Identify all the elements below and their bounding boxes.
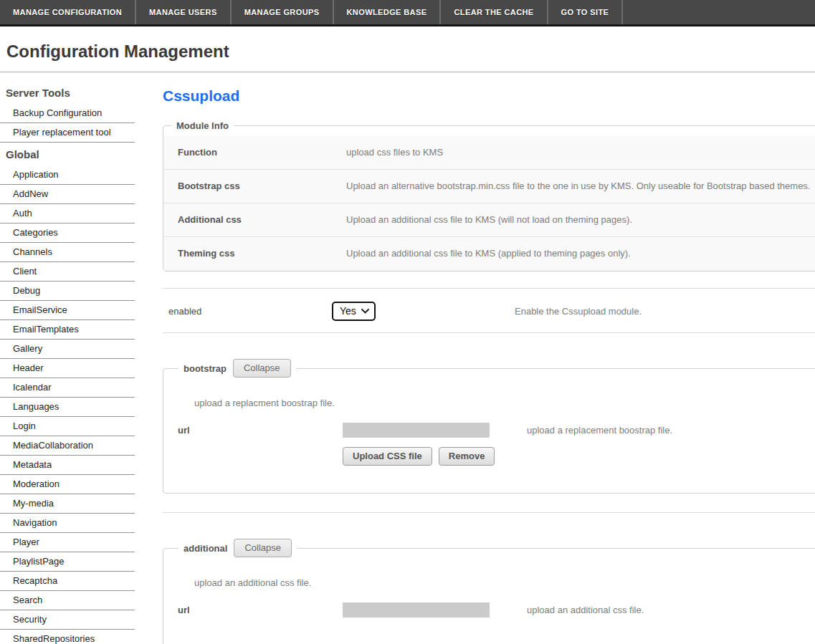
enabled-select-value: Yes (340, 305, 356, 317)
section-legend-text: bootstrap (184, 363, 227, 374)
sidebar-item-player-replacement-tool[interactable]: Player replacement tool (0, 123, 135, 143)
chevron-down-icon (361, 309, 369, 314)
sidebar: Server ToolsBackup ConfigurationPlayer r… (0, 72, 135, 644)
nav-tab-clear-the-cache[interactable]: CLEAR THE CACHE (441, 0, 548, 24)
module-info-row-function: Functionupload css files to KMS (163, 136, 815, 170)
section-fieldset-bootstrap: bootstrapCollapseupload a replacment boo… (163, 359, 815, 494)
upload-css-file-button[interactable]: Upload CSS file (343, 447, 432, 466)
sidebar-item-addnew[interactable]: AddNew (0, 185, 135, 204)
sidebar-item-debug[interactable]: Debug (0, 282, 135, 301)
sidebar-item-categories[interactable]: Categories (0, 224, 135, 243)
section-intro-text: upload a replacment boostrap file. (194, 398, 815, 408)
module-info-rows: Functionupload css files to KMSBootstrap… (163, 136, 815, 271)
module-info-description: Upload an additional css file to KMS (ap… (346, 248, 815, 259)
sidebar-item-languages[interactable]: Languages (0, 398, 135, 417)
module-info-row-theming-css: Theming cssUpload an additional css file… (163, 237, 815, 271)
enabled-description: Enable the Cssupload module. (515, 306, 809, 317)
sidebar-item-player[interactable]: Player (0, 533, 135, 552)
top-nav: MANAGE CONFIGURATIONMANAGE USERSMANAGE G… (0, 0, 815, 27)
sidebar-item-navigation[interactable]: Navigation (0, 514, 135, 533)
module-info-label: Function (178, 147, 346, 158)
module-info-fieldset: Module Info Functionupload css files to … (163, 120, 815, 271)
sidebar-item-gallery[interactable]: Gallery (0, 340, 135, 359)
sidebar-item-emailservice[interactable]: EmailService (0, 301, 135, 320)
sidebar-section-title-global: Global (0, 143, 135, 165)
sidebar-item-client[interactable]: Client (0, 262, 135, 282)
sidebar-item-my-media[interactable]: My-media (0, 494, 135, 514)
sidebar-item-security[interactable]: Security (0, 610, 135, 630)
module-info-label: Theming css (178, 248, 346, 259)
url-label: url (178, 425, 343, 436)
nav-tab-manage-configuration[interactable]: MANAGE CONFIGURATION (0, 0, 136, 24)
module-info-label: Additional css (178, 214, 346, 225)
module-info-row-additional-css: Additional cssUpload an additional css f… (163, 203, 815, 237)
sidebar-item-search[interactable]: Search (0, 591, 135, 610)
remove-button[interactable]: Remove (439, 447, 495, 466)
page-title: Configuration Management (6, 42, 815, 62)
nav-tab-manage-users[interactable]: MANAGE USERS (136, 0, 232, 24)
module-page-title: Cssupload (163, 87, 815, 105)
sidebar-item-application[interactable]: Application (0, 165, 135, 185)
url-label: url (178, 605, 343, 615)
module-info-description: Upload an alternative bootstrap.min.css … (346, 181, 815, 192)
button-row: Upload CSS fileRemove (343, 447, 815, 466)
enabled-row: enabled Yes Enable the Cssupload module. (163, 288, 815, 333)
enabled-label: enabled (168, 306, 332, 317)
section-legend-additional: additionalCollapse (178, 539, 297, 557)
collapse-button[interactable]: Collapse (234, 539, 292, 557)
section-legend-text: additional (184, 543, 227, 554)
sidebar-item-emailtemplates[interactable]: EmailTemplates (0, 320, 135, 340)
section-legend-bootstrap: bootstrapCollapse (178, 359, 296, 378)
sidebar-item-moderation[interactable]: Moderation (0, 475, 135, 494)
module-info-description: upload css files to KMS (346, 147, 815, 158)
url-input[interactable] (343, 423, 490, 438)
module-info-legend: Module Info (171, 120, 234, 131)
module-info-label: Bootstrap css (178, 181, 346, 191)
url-description: upload a replacement boostrap file. (527, 425, 672, 436)
nav-tab-knowledge-base[interactable]: KNOWLEDGE BASE (334, 0, 442, 24)
url-description: upload an additional css file. (527, 605, 644, 615)
sidebar-item-recaptcha[interactable]: Recaptcha (0, 572, 135, 591)
url-input[interactable] (343, 602, 490, 617)
main-content: Cssupload Module Info Functionupload css… (135, 72, 815, 644)
module-info-description: Upload an additional css file to KMS (wi… (346, 214, 815, 226)
section-separator (163, 512, 815, 513)
section-intro-text: upload an additional css file. (194, 577, 815, 588)
enabled-select[interactable]: Yes (332, 302, 376, 321)
sidebar-item-metadata[interactable]: Metadata (0, 456, 135, 475)
collapse-button[interactable]: Collapse (233, 359, 291, 378)
module-info-legend-text: Module Info (176, 120, 229, 131)
url-row: urlupload an additional css file. (171, 602, 815, 617)
sidebar-item-playlistpage[interactable]: PlaylistPage (0, 552, 135, 572)
nav-tab-go-to-site[interactable]: GO TO SITE (548, 0, 624, 24)
module-info-row-bootstrap-css: Bootstrap cssUpload an alternative boots… (163, 170, 815, 203)
url-control (343, 602, 490, 617)
sidebar-item-header[interactable]: Header (0, 359, 135, 378)
url-control (343, 423, 490, 438)
url-row: urlupload a replacement boostrap file. (171, 423, 815, 438)
sidebar-item-sharedrepositories[interactable]: SharedRepositories (0, 630, 135, 644)
sidebar-item-login[interactable]: Login (0, 417, 135, 436)
nav-tab-manage-groups[interactable]: MANAGE GROUPS (232, 0, 334, 24)
sidebar-item-mediacollaboration[interactable]: MediaCollaboration (0, 436, 135, 456)
sidebar-item-backup-configuration[interactable]: Backup Configuration (0, 104, 135, 123)
sidebar-item-channels[interactable]: Channels (0, 243, 135, 262)
module-sections: bootstrapCollapseupload a replacment boo… (163, 359, 815, 644)
section-fieldset-additional: additionalCollapseupload an additional c… (163, 539, 815, 644)
sidebar-item-icalendar[interactable]: Icalendar (0, 378, 135, 398)
sidebar-section-title-server-tools: Server Tools (0, 81, 135, 104)
sidebar-item-auth[interactable]: Auth (0, 204, 135, 224)
